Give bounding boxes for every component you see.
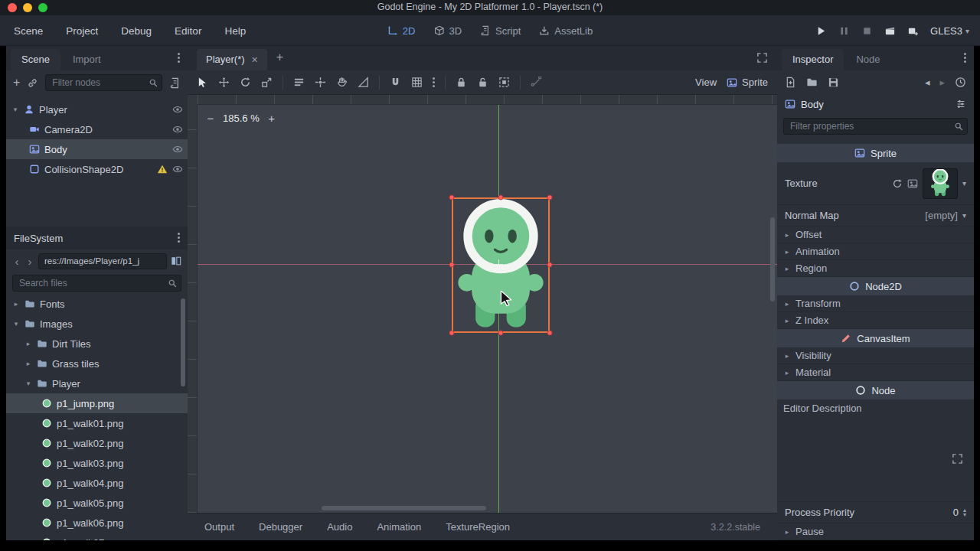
split-mode-icon[interactable] [171, 256, 181, 266]
group-pause[interactable]: ▸ Pause [777, 523, 974, 540]
attach-script-icon[interactable] [169, 77, 181, 89]
reload-icon[interactable] [892, 178, 903, 189]
workspace-assetlib-button[interactable]: AssetLib [539, 25, 593, 37]
file-row-selected[interactable]: p1_jump.png [6, 393, 188, 413]
instance-scene-icon[interactable] [27, 77, 38, 89]
nav-forward-icon[interactable]: › [25, 255, 34, 268]
list-select-icon[interactable] [293, 77, 305, 88]
folder-row[interactable]: ▸ Dirt Tiles [6, 334, 188, 354]
file-row[interactable]: p1_walk04.png [6, 473, 188, 493]
filter-properties-input[interactable] [783, 118, 968, 135]
visibility-eye-icon[interactable] [172, 164, 183, 174]
filter-nodes-input[interactable] [45, 74, 162, 91]
tree-row[interactable]: CollisionShape2D [6, 159, 188, 179]
video-driver-dropdown[interactable]: GLES3 ▾ [930, 25, 969, 37]
selection-handle[interactable] [547, 331, 553, 336]
warning-icon[interactable] [157, 164, 168, 174]
group-z-index[interactable]: ▸ Z Index [777, 312, 974, 329]
history-icon[interactable] [955, 77, 966, 88]
workspace-2d-button[interactable]: 2D [387, 25, 416, 37]
snap-options-icon[interactable] [433, 81, 435, 83]
process-priority-value[interactable]: 0 [953, 507, 959, 518]
group-animation[interactable]: ▸ Animation [777, 243, 974, 260]
selection-handle[interactable] [449, 331, 455, 336]
file-row[interactable]: p1_walk05.png [6, 493, 188, 513]
dock-options-icon[interactable] [964, 57, 966, 59]
selection-handle[interactable] [449, 262, 455, 268]
view-menu[interactable]: View [695, 77, 717, 88]
tree-row[interactable]: ▾ Player [6, 99, 188, 119]
tab-audio[interactable]: Audio [327, 521, 352, 533]
load-resource-icon[interactable] [806, 77, 818, 88]
collapse-icon[interactable]: ▾ [12, 320, 20, 328]
skeleton-icon[interactable] [531, 77, 542, 88]
collapse-icon[interactable]: ▾ [24, 380, 32, 387]
new-scene-tab-button[interactable]: + [270, 47, 289, 70]
new-resource-icon[interactable] [785, 77, 796, 88]
menu-editor[interactable]: Editor [175, 25, 201, 37]
collapse-icon[interactable]: ▾ [11, 106, 19, 113]
selection-handle[interactable] [547, 195, 553, 201]
ruler-tool-icon[interactable] [358, 77, 369, 88]
file-row[interactable]: p1_walk02.png [6, 433, 188, 453]
unlock-icon[interactable] [477, 77, 488, 88]
tab-textureregion[interactable]: TextureRegion [446, 521, 510, 533]
file-row[interactable]: p1_walk07.png [6, 533, 188, 540]
scene-tab-player[interactable]: Player(*) × [197, 49, 267, 70]
current-path[interactable]: res://Images/Player/p1_j [38, 253, 167, 269]
play-custom-scene-button[interactable] [907, 25, 919, 37]
viewport-hscrollbar[interactable] [322, 506, 486, 510]
folder-row[interactable]: ▾ Player [6, 373, 188, 393]
tree-row[interactable]: Camera2D [6, 119, 188, 139]
expand-icon[interactable] [952, 453, 963, 465]
distraction-free-icon[interactable] [756, 52, 768, 64]
workspace-3d-button[interactable]: 3D [433, 25, 462, 37]
group-icon[interactable] [498, 77, 510, 88]
expand-icon[interactable]: ▸ [24, 340, 32, 347]
file-row[interactable]: p1_walk06.png [6, 513, 188, 533]
group-material[interactable]: ▸ Material [777, 364, 974, 381]
visibility-eye-icon[interactable] [172, 104, 183, 115]
group-offset[interactable]: ▸ Offset [777, 227, 974, 243]
grid-snap-icon[interactable] [411, 77, 423, 88]
visibility-eye-icon[interactable] [172, 144, 183, 155]
expand-icon[interactable]: ▸ [12, 300, 20, 308]
chevron-down-icon[interactable]: ▾ [962, 179, 966, 187]
scale-tool-icon[interactable] [261, 77, 273, 88]
rotate-tool-icon[interactable] [240, 77, 251, 88]
chevron-down-icon[interactable]: ▾ [962, 211, 966, 220]
group-transform[interactable]: ▸ Transform [777, 295, 974, 312]
menu-help[interactable]: Help [224, 25, 246, 37]
tab-debugger[interactable]: Debugger [259, 521, 302, 533]
move-tool-icon[interactable] [218, 77, 230, 88]
sprite-menu[interactable]: Sprite [727, 77, 768, 88]
smart-snap-icon[interactable] [390, 77, 401, 88]
group-region[interactable]: ▸ Region [777, 260, 974, 277]
tab-output[interactable]: Output [204, 521, 234, 533]
dock-options-icon[interactable] [178, 236, 180, 239]
lock-icon[interactable] [456, 77, 467, 88]
folder-row[interactable]: ▸ Fonts [6, 294, 188, 314]
normal-map-value[interactable]: [empty] [925, 210, 958, 221]
file-row[interactable]: p1_walk03.png [6, 453, 188, 473]
play-button[interactable] [815, 25, 827, 37]
add-node-button[interactable]: + [13, 76, 20, 90]
select-tool-icon[interactable] [197, 77, 208, 88]
play-scene-button[interactable] [884, 25, 896, 37]
tab-import[interactable]: Import [62, 49, 112, 70]
selection-handle[interactable] [498, 331, 504, 336]
object-tools-icon[interactable] [956, 99, 966, 109]
filesystem-scrollbar[interactable] [181, 298, 185, 386]
search-files-input[interactable] [12, 275, 181, 292]
tree-row-selected[interactable]: Body [6, 139, 188, 159]
texture-preview[interactable] [923, 168, 958, 199]
viewport-vscrollbar[interactable] [770, 217, 775, 302]
stop-button[interactable] [861, 25, 873, 37]
folder-row[interactable]: ▸ Grass tiles [6, 354, 188, 373]
menu-project[interactable]: Project [66, 25, 98, 37]
menu-debug[interactable]: Debug [121, 25, 152, 37]
selection-handle[interactable] [547, 262, 553, 268]
selection-handle[interactable] [498, 195, 504, 201]
nav-back-icon[interactable]: ‹ [12, 255, 21, 268]
tab-scene[interactable]: Scene [11, 49, 60, 70]
